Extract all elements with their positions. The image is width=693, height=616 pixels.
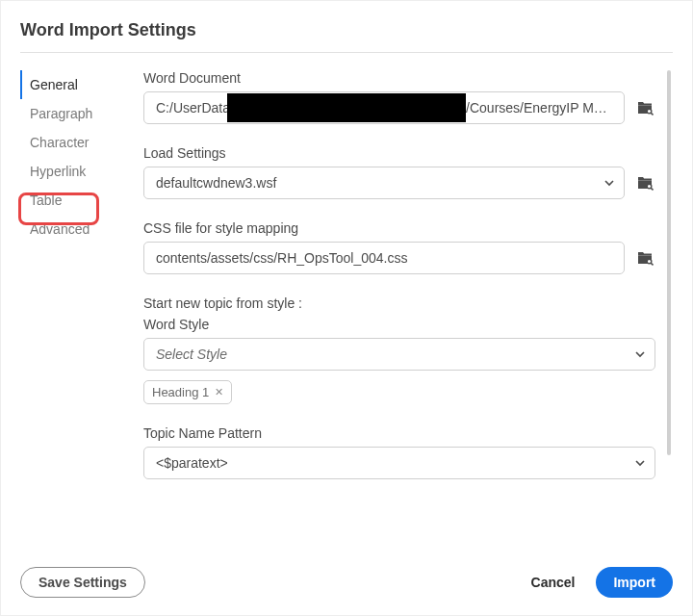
browse-load-settings-button[interactable] bbox=[634, 172, 655, 193]
css-file-path-input[interactable] bbox=[143, 242, 625, 274]
dialog-title: Word Import Settings bbox=[20, 20, 673, 40]
field-sublabel: Word Style bbox=[143, 317, 655, 332]
field-css-mapping: CSS file for style mapping bbox=[143, 220, 655, 274]
folder-search-icon bbox=[636, 99, 654, 116]
style-chip-heading1: Heading 1 ✕ bbox=[143, 380, 232, 404]
folder-search-icon bbox=[636, 249, 654, 267]
save-settings-button[interactable]: Save Settings bbox=[20, 567, 145, 598]
field-label: Load Settings bbox=[143, 145, 655, 161]
settings-tabs-sidebar: General Paragraph Character Hyperlink Ta… bbox=[20, 70, 115, 523]
sidebar-item-label: Table bbox=[30, 192, 62, 208]
field-word-document: Word Document bbox=[143, 70, 655, 124]
general-settings-panel: Word Document bbox=[115, 70, 673, 523]
field-start-new-topic: Start new topic from style : Word Style … bbox=[143, 295, 655, 404]
redacted-path-segment bbox=[227, 93, 466, 122]
load-settings-value bbox=[143, 167, 625, 199]
dialog-body: General Paragraph Character Hyperlink Ta… bbox=[20, 70, 673, 523]
word-style-select[interactable] bbox=[143, 338, 655, 371]
chip-remove-button[interactable]: ✕ bbox=[215, 387, 223, 398]
field-label: Word Document bbox=[143, 70, 655, 86]
title-divider bbox=[20, 52, 673, 53]
tab-character[interactable]: Character bbox=[20, 128, 115, 157]
sidebar-item-label: Character bbox=[30, 135, 89, 150]
field-label: Topic Name Pattern bbox=[143, 425, 655, 441]
svg-line-5 bbox=[651, 263, 653, 265]
load-settings-select[interactable] bbox=[143, 167, 625, 199]
field-label: Start new topic from style : bbox=[143, 295, 655, 311]
svg-point-4 bbox=[647, 259, 652, 264]
scrollbar-thumb[interactable] bbox=[667, 70, 671, 455]
svg-point-2 bbox=[647, 184, 652, 189]
tab-hyperlink[interactable]: Hyperlink bbox=[20, 157, 115, 186]
topic-name-pattern-select[interactable] bbox=[143, 447, 655, 479]
word-import-settings-dialog: Word Import Settings General Paragraph C… bbox=[0, 0, 693, 616]
topic-name-pattern-value bbox=[143, 447, 655, 479]
dialog-footer: Save Settings Cancel Import bbox=[20, 567, 673, 598]
field-label: CSS file for style mapping bbox=[143, 220, 655, 236]
browse-word-document-button[interactable] bbox=[634, 97, 655, 118]
sidebar-item-label: Paragraph bbox=[30, 106, 92, 121]
tab-advanced[interactable]: Advanced bbox=[20, 215, 115, 244]
tab-paragraph[interactable]: Paragraph bbox=[20, 99, 115, 128]
sidebar-item-label: Advanced bbox=[30, 221, 90, 237]
import-button[interactable]: Import bbox=[596, 567, 673, 598]
sidebar-item-label: Hyperlink bbox=[30, 164, 86, 179]
word-style-placeholder bbox=[143, 338, 655, 371]
folder-search-icon bbox=[636, 174, 654, 192]
svg-line-1 bbox=[651, 113, 653, 115]
tab-general[interactable]: General bbox=[20, 70, 115, 99]
sidebar-item-label: General bbox=[30, 77, 78, 92]
tab-table[interactable]: Table bbox=[20, 186, 115, 215]
svg-line-3 bbox=[651, 188, 653, 190]
field-topic-name-pattern: Topic Name Pattern bbox=[143, 425, 655, 479]
cancel-button[interactable]: Cancel bbox=[531, 567, 576, 598]
field-load-settings: Load Settings bbox=[143, 145, 655, 199]
svg-point-0 bbox=[647, 109, 652, 114]
chip-label: Heading 1 bbox=[152, 385, 209, 399]
browse-css-file-button[interactable] bbox=[634, 247, 655, 269]
